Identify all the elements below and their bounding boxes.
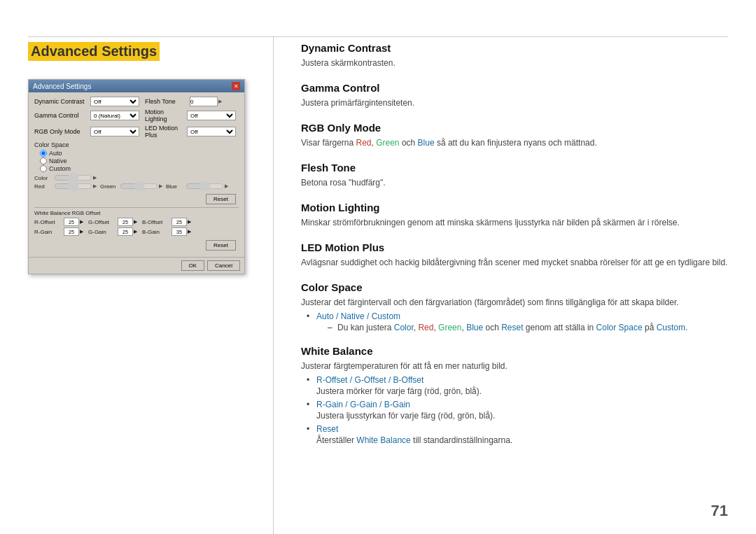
text-color: Color: [394, 323, 414, 332]
wb-gain-row: R-Gain ▶ G-Gain ▶ B-Gain ▶: [34, 227, 239, 236]
section-rgb-only-mode: RGB Only Mode Visar färgerna Red, Green …: [301, 122, 728, 149]
radio-auto-label: Auto: [49, 150, 62, 157]
g-gain-label: G-Gain: [88, 229, 118, 235]
color-arrow[interactable]: ▶: [93, 175, 97, 181]
text-red-2: Red: [418, 323, 433, 332]
dialog-row-rgb: RGB Only Mode Off LED Motion Plus Off: [34, 125, 239, 139]
rgb-only-mode-heading: RGB Only Mode: [301, 122, 728, 134]
right-panel: Dynamic Contrast Justera skärmkontrasten…: [273, 0, 756, 534]
rgb-only-select[interactable]: Off: [90, 127, 139, 136]
dynamic-contrast-select[interactable]: Off: [90, 97, 139, 106]
dialog-title: Advanced Settings: [33, 83, 91, 90]
section-color-space: Color Space Justerar det färgintervall o…: [301, 281, 728, 332]
dynamic-contrast-label: Dynamic Contrast: [34, 98, 90, 105]
g-offset-input[interactable]: [118, 218, 133, 226]
rgb-only-mode-text: Visar färgerna Red, Green och Blue så at…: [301, 136, 728, 149]
gamma-control-text: Justera primärfärgintensiteten.: [301, 97, 728, 109]
blue-slider[interactable]: [186, 183, 224, 190]
text-white-balance: White Balance: [356, 435, 410, 445]
text-green: Green: [376, 138, 399, 148]
b-offset-input[interactable]: [172, 218, 187, 226]
motion-lighting-select[interactable]: Off: [187, 111, 236, 120]
wb-reset-button[interactable]: Reset: [206, 240, 236, 251]
dynamic-contrast-text: Justera skärmkontrasten.: [301, 57, 728, 69]
flesh-tone-heading: Flesh Tone: [301, 162, 728, 174]
white-balance-bullets: R-Offset / G-Offset / B-Offset Justera m…: [307, 375, 728, 447]
g-gain-input[interactable]: [118, 227, 133, 236]
r-gain-item: R-Gain ▶: [34, 227, 84, 236]
section-flesh-tone: Flesh Tone Betona rosa "hudfärg".: [301, 162, 728, 189]
page-container: Advanced Settings Advanced Settings ✕ Dy…: [0, 0, 756, 534]
radio-auto: Auto: [40, 150, 239, 157]
green-slider[interactable]: [120, 183, 158, 190]
color-space-text: Justerar det färgintervall och den färgv…: [301, 296, 728, 309]
wb-reset-desc: Återställer White Balance till standardi…: [316, 435, 512, 445]
wb-reset-text: Reset: [316, 424, 338, 434]
r-gain-input[interactable]: [64, 227, 79, 236]
g-offset-item: G-Offset ▶: [88, 218, 138, 226]
wb-bullet-reset: Reset Återställer White Balance till sta…: [307, 424, 728, 447]
wb-offset-text: R-Offset / G-Offset / B-Offset: [316, 375, 424, 385]
text-blue-2: Blue: [466, 323, 483, 332]
slider-row-rgb: Red ▶ Green ▶ Blue ▶: [34, 183, 239, 190]
b-offset-label: B-Offset: [142, 219, 172, 225]
dialog-titlebar: Advanced Settings ✕: [29, 80, 244, 92]
wb-gain-desc: Justera ljusstyrkan för varje färg (röd,…: [316, 411, 495, 421]
red-label: Red: [34, 183, 54, 190]
b-gain-label: B-Gain: [142, 229, 172, 235]
led-motion-plus-select[interactable]: Off: [187, 127, 236, 136]
led-motion-plus-heading: LED Motion Plus: [301, 241, 728, 253]
g-gain-arrow[interactable]: ▶: [134, 229, 137, 234]
gamma-control-heading: Gamma Control: [301, 82, 728, 94]
b-gain-arrow[interactable]: ▶: [188, 229, 191, 234]
white-balance-heading: White Balance: [301, 345, 728, 357]
wb-gain-text: R-Gain / G-Gain / B-Gain: [316, 400, 410, 409]
text-green-2: Green: [438, 323, 461, 332]
color-space-bullet-1: Auto / Native / Custom Du kan justera Co…: [307, 311, 728, 332]
flesh-tone-label: Flesh Tone: [145, 98, 187, 105]
led-motion-plus-text: Avlägsnar suddighet och hackig bildåterg…: [301, 256, 728, 269]
gamma-select[interactable]: 0 (Natural): [90, 111, 139, 120]
flesh-tone-text: Betona rosa "hudfärg".: [301, 176, 728, 189]
color-reset-button[interactable]: Reset: [206, 194, 236, 204]
b-gain-input[interactable]: [172, 227, 187, 236]
radio-auto-input[interactable]: [40, 150, 47, 157]
radio-native-input[interactable]: [40, 157, 47, 164]
blue-arrow[interactable]: ▶: [225, 183, 228, 189]
wb-bullet-offset: R-Offset / G-Offset / B-Offset Justera m…: [307, 375, 728, 398]
text-blue: Blue: [418, 138, 435, 148]
advanced-settings-dialog[interactable]: Advanced Settings ✕ Dynamic Contrast Off…: [28, 79, 245, 274]
color-space-bullets: Auto / Native / Custom Du kan justera Co…: [307, 311, 728, 332]
red-slider[interactable]: [54, 183, 92, 190]
green-arrow[interactable]: ▶: [159, 183, 162, 189]
cancel-button[interactable]: Cancel: [207, 260, 240, 271]
page-number: 71: [711, 502, 728, 520]
radio-custom-label: Custom: [49, 165, 71, 172]
color-space-sub-bullets: Du kan justera Color, Red, Green, Blue o…: [328, 323, 728, 332]
b-offset-arrow[interactable]: ▶: [188, 219, 191, 225]
wb-bullet-gain: R-Gain / G-Gain / B-Gain Justera ljussty…: [307, 400, 728, 422]
b-gain-item: B-Gain ▶: [142, 227, 192, 236]
r-offset-arrow[interactable]: ▶: [80, 219, 83, 225]
dynamic-contrast-heading: Dynamic Contrast: [301, 42, 728, 54]
r-offset-label: R-Offset: [34, 219, 64, 225]
radio-custom-input[interactable]: [40, 165, 47, 172]
dialog-row-dynamic-contrast: Dynamic Contrast Off Flesh Tone ▶: [34, 97, 239, 106]
radio-native-label: Native: [49, 157, 67, 164]
flesh-tone-input[interactable]: [190, 97, 218, 106]
text-color-space: Color Space: [596, 323, 643, 332]
ok-button[interactable]: OK: [181, 260, 205, 271]
blue-label: Blue: [166, 183, 186, 190]
flesh-tone-arrow[interactable]: ▶: [218, 99, 222, 104]
text-red: Red: [356, 138, 372, 148]
g-offset-arrow[interactable]: ▶: [134, 219, 137, 225]
led-motion-plus-label: LED Motion Plus: [145, 125, 187, 139]
red-arrow[interactable]: ▶: [93, 183, 97, 189]
wb-offset-desc: Justera mörker för varje färg (röd, grön…: [316, 386, 482, 396]
text-reset: Reset: [501, 323, 523, 332]
color-space-section-label: Color Space: [34, 141, 239, 148]
dialog-close-button[interactable]: ✕: [232, 82, 240, 90]
r-offset-input[interactable]: [64, 218, 79, 226]
r-gain-arrow[interactable]: ▶: [80, 229, 83, 234]
r-offset-item: R-Offset ▶: [34, 218, 84, 226]
